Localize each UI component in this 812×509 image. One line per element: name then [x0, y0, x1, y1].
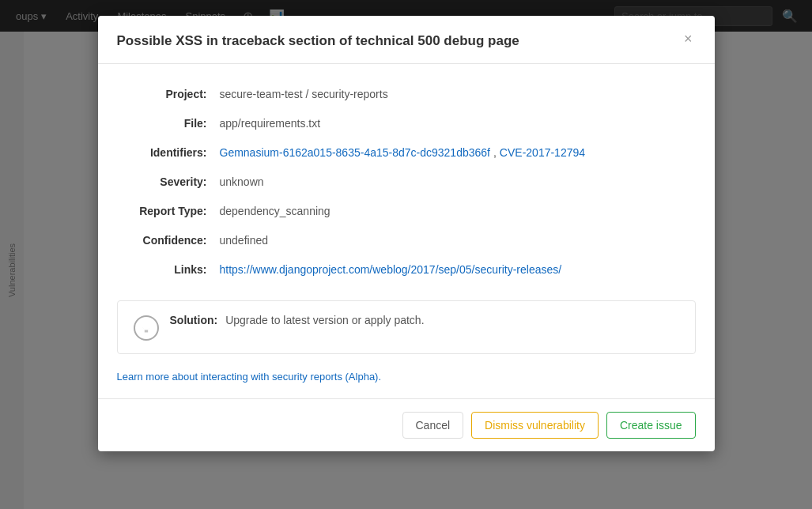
project-value: secure-team-test / security-reports [220, 80, 696, 109]
confidence-label: Confidence: [117, 226, 220, 255]
modal-body: Project: secure-team-test / security-rep… [98, 64, 715, 398]
project-label: Project: [117, 80, 220, 109]
alpha-link[interactable]: Learn more about interacting with securi… [117, 371, 382, 383]
cancel-button[interactable]: Cancel [402, 412, 464, 439]
file-label: File: [117, 109, 220, 138]
close-button[interactable]: × [681, 32, 696, 46]
solution-text: Upgrade to latest version or apply patch… [225, 314, 424, 326]
identifier1-link[interactable]: Gemnasium-6162a015-8635-4a15-8d7c-dc9321… [220, 145, 490, 161]
solution-content: Solution: Upgrade to latest version or a… [170, 314, 425, 326]
severity-row: Severity: unknown [117, 168, 696, 197]
lightbulb-icon [134, 315, 159, 341]
identifier-separator: , [493, 145, 497, 161]
identifier2-link[interactable]: CVE-2017-12794 [500, 145, 585, 161]
links-label: Links: [117, 255, 220, 285]
links-value: https://www.djangoproject.com/weblog/201… [220, 255, 696, 285]
dismiss-vulnerability-button[interactable]: Dismiss vulnerability [471, 412, 599, 439]
modal-header: Possible XSS in traceback section of tec… [98, 16, 715, 64]
report-type-value: dependency_scanning [220, 197, 696, 226]
links-url[interactable]: https://www.djangoproject.com/weblog/201… [220, 263, 562, 276]
confidence-value: undefined [220, 226, 696, 255]
links-row: Links: https://www.djangoproject.com/web… [117, 255, 696, 285]
file-row: File: app/requirements.txt [117, 109, 696, 138]
identifiers-label: Identifiers: [117, 138, 220, 168]
identifiers-row: Identifiers: Gemnasium-6162a015-8635-4a1… [117, 138, 696, 168]
vulnerability-modal: Possible XSS in traceback section of tec… [98, 16, 715, 451]
file-value: app/requirements.txt [220, 109, 696, 138]
severity-label: Severity: [117, 168, 220, 197]
report-type-label: Report Type: [117, 197, 220, 226]
solution-label: Solution: [170, 314, 218, 326]
modal-overlay: Possible XSS in traceback section of tec… [0, 0, 812, 509]
solution-box: Solution: Upgrade to latest version or a… [117, 300, 696, 354]
project-row: Project: secure-team-test / security-rep… [117, 80, 696, 109]
confidence-row: Confidence: undefined [117, 226, 696, 255]
create-issue-button[interactable]: Create issue [606, 412, 696, 439]
info-table: Project: secure-team-test / security-rep… [117, 80, 696, 285]
report-type-row: Report Type: dependency_scanning [117, 197, 696, 226]
modal-title: Possible XSS in traceback section of tec… [117, 32, 519, 51]
modal-footer: Cancel Dismiss vulnerability Create issu… [98, 398, 715, 451]
identifiers-value: Gemnasium-6162a015-8635-4a15-8d7c-dc9321… [220, 138, 696, 168]
severity-value: unknown [220, 168, 696, 197]
